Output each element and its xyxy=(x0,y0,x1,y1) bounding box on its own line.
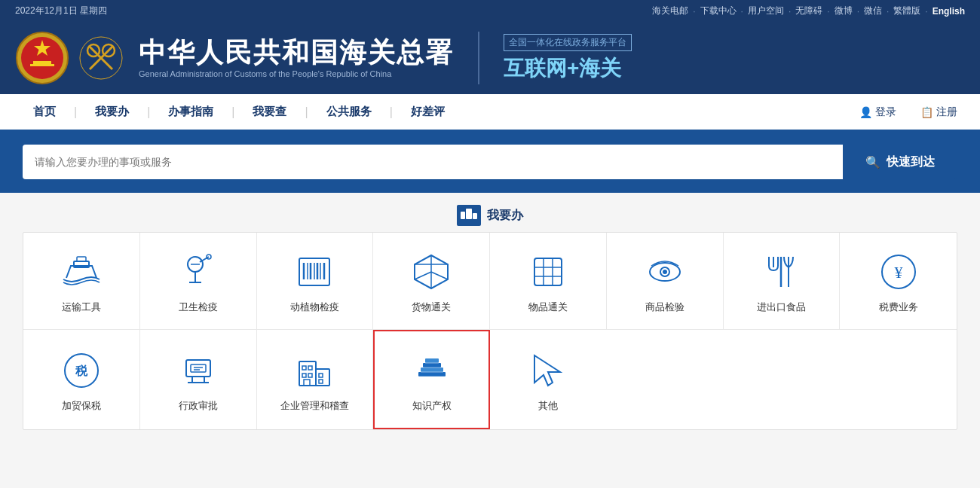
svg-rect-50 xyxy=(186,360,210,377)
category-food[interactable]: 进出口食品 xyxy=(724,233,841,330)
category-animal[interactable]: 动植物检疫 xyxy=(257,233,374,330)
search-input-wrap[interactable] xyxy=(23,145,843,179)
svg-rect-4 xyxy=(30,64,54,66)
section-title: 我要办 xyxy=(487,208,523,224)
svg-text:税: 税 xyxy=(75,364,88,377)
category-transport[interactable]: 运输工具 xyxy=(23,233,140,330)
svg-rect-51 xyxy=(191,364,206,372)
nav-items: 首页 | 我要办 | 办事指南 | 我要查 | 公共服务 | 好差评 xyxy=(15,94,852,130)
category-health[interactable]: 卫生检疫 xyxy=(140,233,257,330)
category-items[interactable]: 物品通关 xyxy=(490,233,607,330)
link-traditional[interactable]: 繁體版 xyxy=(893,5,920,17)
keys-icon xyxy=(78,35,124,81)
slogan-sub: 全国一体化在线政务服务平台 xyxy=(504,34,632,51)
link-english[interactable]: English xyxy=(933,6,965,17)
eye-icon xyxy=(644,251,686,293)
header-title: 中华人民共和国海关总署 General Administration of Cu… xyxy=(139,38,454,78)
svg-line-32 xyxy=(415,272,431,279)
wechat-icon[interactable]: 微信 xyxy=(864,5,882,17)
slogan-main: 互联网+海关 xyxy=(504,54,632,83)
stamp-icon xyxy=(177,349,219,392)
ship-icon xyxy=(60,251,103,293)
svg-rect-34 xyxy=(534,258,562,285)
label-tax: 税费业务 xyxy=(879,300,918,314)
tax-circle-icon: 税 xyxy=(60,349,103,392)
category-enterprise[interactable]: 企业管理和稽查 xyxy=(257,330,374,429)
category-inspection[interactable]: 商品检验 xyxy=(607,233,724,330)
label-inspection: 商品检验 xyxy=(645,300,684,314)
search-icon: 🔍 xyxy=(865,155,880,169)
svg-point-41 xyxy=(663,270,666,273)
svg-rect-61 xyxy=(308,366,312,370)
svg-rect-68 xyxy=(421,368,443,372)
label-transport: 运输工具 xyxy=(62,300,101,314)
box-icon xyxy=(410,251,452,293)
link-user[interactable]: 用户空间 xyxy=(748,5,784,17)
svg-rect-69 xyxy=(423,363,441,368)
header: 中华人民共和国海关总署 General Administration of Cu… xyxy=(0,22,980,94)
category-tax[interactable]: ¥ 税费业务 xyxy=(840,233,957,330)
logo-area xyxy=(15,31,124,85)
label-food: 进出口食品 xyxy=(757,300,806,314)
svg-rect-11 xyxy=(466,209,472,219)
nav-review[interactable]: 好差评 xyxy=(393,94,463,130)
microscope-icon xyxy=(177,251,219,293)
svg-rect-60 xyxy=(302,366,306,370)
nav-home[interactable]: 首页 xyxy=(15,94,74,130)
category-grid: 运输工具 卫生检疫 xyxy=(23,233,957,429)
top-bar-links: 海关电邮 · 下载中心 · 用户空间 · 无障碍 · 微博 · 微信 · 繁體版… xyxy=(652,5,965,17)
search-section: 🔍 快速到达 xyxy=(0,131,980,193)
search-button-label: 快速到达 xyxy=(887,154,935,170)
category-goods[interactable]: 货物通关 xyxy=(373,233,490,330)
header-slogan: 全国一体化在线政务服务平台 互联网+海关 xyxy=(504,34,632,83)
fork-icon xyxy=(760,251,802,293)
nav-query[interactable]: 我要查 xyxy=(234,94,305,130)
nav-service[interactable]: 公共服务 xyxy=(308,94,390,130)
svg-rect-67 xyxy=(418,372,446,377)
label-bonded: 加贸保税 xyxy=(62,399,101,413)
main-nav: 首页 | 我要办 | 办事指南 | 我要查 | 公共服务 | 好差评 👤 登录 … xyxy=(0,94,980,131)
register-button[interactable]: 📋 注册 xyxy=(913,99,965,125)
svg-rect-62 xyxy=(302,374,306,377)
svg-rect-63 xyxy=(308,374,312,377)
category-admin[interactable]: 行政审批 xyxy=(140,330,257,429)
search-input[interactable] xyxy=(35,156,831,168)
weibo-icon[interactable]: 微博 xyxy=(835,5,853,17)
yen-icon: ¥ xyxy=(877,251,920,293)
svg-rect-12 xyxy=(473,213,477,219)
building-icon xyxy=(293,349,335,392)
cube-icon xyxy=(527,251,569,293)
svg-line-33 xyxy=(431,272,448,279)
nav-guide[interactable]: 办事指南 xyxy=(150,94,231,130)
svg-rect-10 xyxy=(461,212,465,219)
barcode-icon xyxy=(293,251,335,293)
header-divider xyxy=(478,32,479,84)
link-accessible[interactable]: 无障碍 xyxy=(795,5,822,17)
label-enterprise: 企业管理和稽查 xyxy=(280,399,349,413)
label-admin: 行政审批 xyxy=(179,399,218,413)
svg-marker-75 xyxy=(534,355,560,386)
login-button[interactable]: 👤 登录 xyxy=(852,99,904,125)
category-grid-wrap: 运输工具 卫生检疫 xyxy=(23,232,957,430)
svg-rect-70 xyxy=(425,358,439,363)
label-items: 物品通关 xyxy=(528,300,568,314)
category-ipr[interactable]: 知识产权 xyxy=(373,330,490,429)
category-other[interactable]: 其他 xyxy=(490,330,607,429)
title-chinese: 中华人民共和国海关总署 xyxy=(139,38,454,68)
link-download[interactable]: 下载中心 xyxy=(700,5,737,17)
search-button[interactable]: 🔍 快速到达 xyxy=(843,145,957,179)
svg-rect-65 xyxy=(319,374,323,377)
label-animal: 动植物检疫 xyxy=(290,300,339,314)
label-other: 其他 xyxy=(538,399,558,413)
section-title-wrap: 我要办 xyxy=(0,193,980,232)
link-mail[interactable]: 海关电邮 xyxy=(652,5,688,17)
nav-right: 👤 登录 📋 注册 xyxy=(852,99,965,125)
books-icon xyxy=(411,349,453,392)
category-bonded[interactable]: 税 加贸保税 xyxy=(23,330,140,429)
title-english: General Administration of Customs of the… xyxy=(139,69,454,78)
section-icon xyxy=(457,205,481,226)
nav-todo[interactable]: 我要办 xyxy=(77,94,147,130)
svg-rect-66 xyxy=(319,380,323,383)
cursor-icon xyxy=(527,349,569,392)
register-icon: 📋 xyxy=(920,106,933,118)
